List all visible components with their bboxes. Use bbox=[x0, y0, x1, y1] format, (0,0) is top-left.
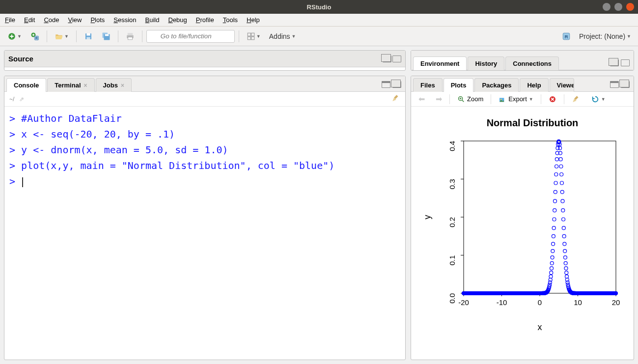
plot-export-button[interactable]: Export ▼ bbox=[494, 93, 538, 105]
tab-history[interactable]: History bbox=[468, 56, 504, 70]
tab-console[interactable]: Console bbox=[6, 78, 46, 92]
svg-rect-12 bbox=[128, 37, 132, 39]
svg-rect-14 bbox=[251, 33, 254, 36]
tab-jobs-label: Jobs bbox=[103, 82, 118, 89]
addins-menu[interactable]: Addins ▼ bbox=[266, 32, 299, 40]
source-maximize-icon[interactable] bbox=[392, 56, 401, 62]
tab-environment[interactable]: Environment bbox=[413, 56, 467, 70]
menu-plots[interactable]: Plots bbox=[90, 16, 105, 24]
env-maximize-icon[interactable] bbox=[621, 59, 630, 66]
source-pane-title: Source bbox=[8, 55, 33, 63]
open-file-button[interactable]: ▼ bbox=[51, 29, 72, 43]
menu-profile[interactable]: Profile bbox=[196, 16, 214, 24]
svg-rect-6 bbox=[86, 37, 90, 39]
svg-text:-10: -10 bbox=[496, 298, 507, 307]
svg-point-304 bbox=[559, 173, 563, 176]
console-clear-icon[interactable] bbox=[391, 94, 400, 105]
save-all-icon bbox=[102, 32, 111, 41]
svg-text:Normal Distribution: Normal Distribution bbox=[486, 117, 578, 128]
tab-plots[interactable]: Plots bbox=[444, 78, 474, 92]
toolbar-separator bbox=[76, 30, 77, 42]
svg-text:x: x bbox=[537, 322, 542, 332]
save-all-button[interactable] bbox=[98, 29, 114, 43]
new-project-icon: R bbox=[30, 32, 39, 41]
svg-point-316 bbox=[564, 267, 567, 270]
grid-view-button[interactable]: ▼ bbox=[243, 29, 264, 43]
menu-debug[interactable]: Debug bbox=[168, 16, 187, 24]
tab-jobs[interactable]: Jobs × bbox=[96, 78, 132, 92]
svg-point-314 bbox=[563, 256, 567, 259]
tab-packages[interactable]: Packages bbox=[474, 78, 519, 92]
menu-session[interactable]: Session bbox=[113, 16, 136, 24]
source-pane: Source bbox=[4, 50, 406, 71]
new-file-button[interactable]: ▼ bbox=[4, 29, 25, 43]
plot-zoom-button[interactable]: Zoom bbox=[453, 93, 488, 105]
svg-point-284 bbox=[552, 226, 555, 230]
broom-icon bbox=[391, 94, 400, 103]
tab-terminal[interactable]: Terminal × bbox=[47, 78, 94, 92]
window-maximize-button[interactable] bbox=[614, 3, 622, 11]
menu-build[interactable]: Build bbox=[145, 16, 160, 24]
plots-maximize-icon[interactable] bbox=[621, 81, 630, 88]
goto-file-input[interactable] bbox=[146, 30, 235, 43]
environment-tabs: Environment History Connections bbox=[411, 51, 634, 70]
plot-next-button[interactable]: ➡ bbox=[431, 92, 446, 106]
plots-minimize-icon[interactable] bbox=[610, 81, 619, 88]
svg-text:0: 0 bbox=[537, 298, 541, 307]
env-restore-icon[interactable] bbox=[610, 59, 619, 66]
console-minimize-icon[interactable] bbox=[382, 81, 390, 88]
svg-text:20: 20 bbox=[611, 298, 620, 307]
svg-text:10: 10 bbox=[574, 298, 582, 307]
console-output[interactable]: > #Author DataFlair > x <- seq(-20, 20, … bbox=[4, 107, 405, 360]
console-share-icon[interactable]: ⇗ bbox=[19, 96, 24, 103]
svg-point-277 bbox=[549, 271, 553, 275]
tab-connections[interactable]: Connections bbox=[505, 56, 559, 70]
save-button[interactable] bbox=[81, 29, 96, 43]
toolbar-separator bbox=[142, 30, 142, 42]
project-r-icon-button[interactable]: R bbox=[558, 29, 574, 43]
svg-point-291 bbox=[555, 165, 558, 168]
window-close-button[interactable] bbox=[626, 3, 634, 11]
source-restore-icon[interactable] bbox=[383, 56, 391, 62]
window-titlebar: RStudio bbox=[0, 0, 638, 14]
menu-file[interactable]: File bbox=[5, 16, 15, 24]
console-maximize-icon[interactable] bbox=[392, 81, 401, 88]
menu-edit[interactable]: Edit bbox=[24, 16, 35, 24]
plot-refresh-button[interactable]: ▼ bbox=[587, 93, 610, 105]
tab-jobs-close-icon[interactable]: × bbox=[121, 82, 124, 89]
svg-text:0.0: 0.0 bbox=[448, 293, 456, 304]
plot-toolbar: ⬅ ➡ Zoom Export ▼ bbox=[411, 92, 634, 107]
svg-point-289 bbox=[554, 181, 557, 185]
toolbar-separator bbox=[239, 30, 239, 42]
svg-point-279 bbox=[550, 261, 554, 265]
plot-canvas: Normal Distribution-20-10010200.00.10.20… bbox=[411, 107, 634, 360]
svg-point-285 bbox=[552, 218, 555, 221]
window-minimize-button[interactable] bbox=[603, 3, 610, 11]
print-button[interactable] bbox=[122, 29, 138, 43]
menu-code[interactable]: Code bbox=[44, 16, 59, 24]
menu-view[interactable]: View bbox=[68, 16, 82, 24]
menu-help[interactable]: Help bbox=[247, 16, 260, 24]
svg-text:0.4: 0.4 bbox=[448, 141, 456, 151]
menu-tools[interactable]: Tools bbox=[223, 16, 238, 24]
tab-files[interactable]: Files bbox=[413, 78, 443, 92]
new-project-button[interactable]: R bbox=[27, 29, 43, 43]
svg-point-292 bbox=[555, 158, 558, 161]
svg-point-290 bbox=[554, 173, 557, 176]
tab-terminal-close-icon[interactable]: × bbox=[84, 82, 87, 89]
window-title: RStudio bbox=[307, 3, 332, 11]
plot-remove-button[interactable] bbox=[544, 93, 561, 105]
plot-clear-all-button[interactable] bbox=[567, 93, 585, 106]
bottom-right-tabs: Files Plots Packages Help Viewer bbox=[411, 76, 634, 92]
plot-zoom-label: Zoom bbox=[467, 95, 483, 103]
environment-pane: Environment History Connections bbox=[411, 50, 634, 71]
plot-prev-button[interactable]: ⬅ bbox=[414, 92, 429, 106]
tab-viewer[interactable]: Viewer bbox=[550, 78, 574, 92]
source-pane-header: Source bbox=[4, 51, 405, 67]
svg-rect-15 bbox=[248, 36, 250, 39]
svg-text:R: R bbox=[564, 33, 568, 39]
folder-open-icon bbox=[55, 32, 63, 41]
project-menu[interactable]: Project: (None) ▼ bbox=[576, 32, 634, 40]
remove-icon bbox=[549, 95, 556, 103]
tab-help[interactable]: Help bbox=[520, 78, 548, 92]
